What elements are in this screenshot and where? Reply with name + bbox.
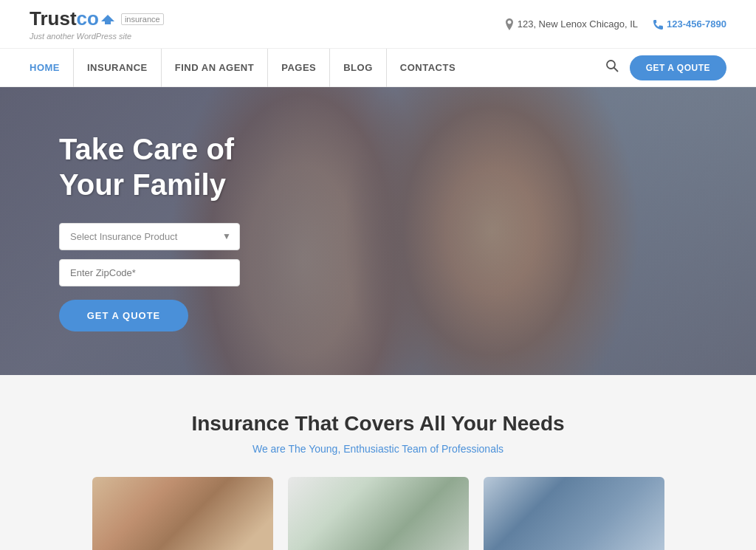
section-subtitle: We are The Young, Enthusiastic Team of P… xyxy=(30,443,726,455)
contact-info: 123, New Lenox Chicago, IL 123-456-7890 xyxy=(505,18,726,30)
hero-title-line2: Your Family xyxy=(59,168,226,201)
insurance-select-wrap: Select Insurance Product Life Insurance … xyxy=(59,223,240,250)
contact-phone[interactable]: 123-456-7890 xyxy=(653,18,726,30)
phone-text: 123-456-7890 xyxy=(667,18,726,30)
nav-item-blog[interactable]: BLOG xyxy=(329,49,387,87)
svg-marker-0 xyxy=(101,15,114,21)
cards-row xyxy=(30,477,726,550)
nav-item-insurance[interactable]: INSURANCE xyxy=(74,49,162,87)
hero-title: Take Care of Your Family xyxy=(59,131,697,202)
logo-subtitle: Just another WordPress site xyxy=(30,32,164,41)
logo-co: co xyxy=(77,7,99,30)
hero-get-quote-button[interactable]: GET A QUOTE xyxy=(59,300,188,331)
hero-section: Take Care of Your Family Select Insuranc… xyxy=(0,87,756,375)
nav-bar: HOME INSURANCE FIND AN AGENT PAGES BLOG … xyxy=(0,49,756,87)
address-text: 123, New Lenox Chicago, IL xyxy=(518,18,638,30)
house-icon xyxy=(100,14,115,24)
svg-line-3 xyxy=(614,68,618,72)
nav-item-pages[interactable]: PAGES xyxy=(268,49,329,87)
card-house[interactable] xyxy=(288,477,469,550)
svg-point-2 xyxy=(607,61,615,69)
zipcode-input[interactable] xyxy=(59,259,240,286)
nav-item-find-agent[interactable]: FIND AN AGENT xyxy=(162,49,268,87)
svg-rect-1 xyxy=(105,21,111,24)
nav-links: HOME INSURANCE FIND AN AGENT PAGES BLOG … xyxy=(30,49,605,87)
section-intro: Insurance That Covers All Your Needs We … xyxy=(0,375,756,550)
nav-right: GET A QOUTE xyxy=(605,55,726,80)
section-title: Insurance That Covers All Your Needs xyxy=(30,412,726,436)
search-icon xyxy=(605,59,619,72)
nav-get-quote-button[interactable]: GET A QOUTE xyxy=(630,55,726,80)
nav-item-contacts[interactable]: CONTACTS xyxy=(387,49,469,87)
contact-address: 123, New Lenox Chicago, IL xyxy=(505,18,638,30)
hero-content: Take Care of Your Family Select Insuranc… xyxy=(0,87,756,375)
insurance-product-select[interactable]: Select Insurance Product Life Insurance … xyxy=(59,223,240,250)
card-family[interactable] xyxy=(92,477,273,550)
search-button[interactable] xyxy=(605,59,619,76)
nav-item-home[interactable]: HOME xyxy=(30,49,74,87)
logo-insurance-badge: insurance xyxy=(121,13,164,25)
hero-title-line1: Take Care of xyxy=(59,133,234,165)
phone-icon xyxy=(653,19,663,30)
card-car[interactable] xyxy=(484,477,664,550)
logo[interactable]: Trust co insurance xyxy=(30,7,164,30)
logo-trust: Trust xyxy=(30,7,77,30)
logo-area: Trust co insurance Just another WordPres… xyxy=(30,7,164,41)
pin-icon xyxy=(505,18,514,30)
top-bar: Trust co insurance Just another WordPres… xyxy=(0,0,756,49)
